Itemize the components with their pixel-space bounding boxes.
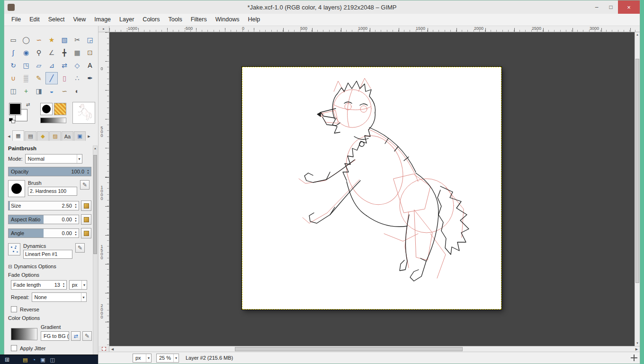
horizontal-scrollbar[interactable]: ◀ ▶	[109, 346, 640, 352]
tool-scale[interactable]: ◳	[20, 59, 32, 72]
apply-jitter-checkbox[interactable]	[11, 345, 17, 351]
tab-patterns[interactable]: ▨	[49, 131, 61, 141]
tool-free-select[interactable]: ∽	[33, 34, 45, 46]
edit-gradient-button[interactable]: ✎	[82, 331, 92, 341]
taskbar-icon-app-1[interactable]: ▣	[40, 355, 45, 364]
tab-scroll-left-icon[interactable]: ◀	[6, 132, 12, 141]
tool-dodge-burn[interactable]: ◐	[71, 85, 83, 97]
opacity-spinner[interactable]: ▴▾	[86, 167, 90, 176]
size-spinner[interactable]: ▴▾	[73, 201, 78, 210]
taskbar-icon-explorer[interactable]: ▤	[23, 355, 27, 364]
tool-flip[interactable]: ⇄	[58, 59, 71, 72]
tool-options-scrollbar[interactable]: ▲ ▼	[93, 146, 98, 363]
tool-color-picker[interactable]: ◉	[20, 46, 32, 59]
dynamics-name-field[interactable]: Lineart Pen #1	[23, 250, 72, 259]
default-colors-button[interactable]	[9, 118, 16, 124]
tab-device-status[interactable]: ▤	[25, 131, 36, 141]
quick-mask-toggle[interactable]	[102, 347, 106, 351]
angle-slider[interactable]: Angle 0.00 ▴▾	[8, 228, 79, 238]
scrollbar-track[interactable]	[116, 346, 634, 352]
mode-dropdown[interactable]: Normal ▾	[25, 154, 82, 164]
tab-scroll-right-icon[interactable]: ▶	[86, 132, 92, 141]
taskbar-icon-browser[interactable]: ◔	[32, 355, 36, 364]
reset-angle-button[interactable]	[81, 228, 91, 238]
brush-preview[interactable]	[8, 180, 25, 197]
brush-name-field[interactable]: 2. Hardness 100	[28, 187, 77, 196]
scrollbar-thumb[interactable]	[235, 347, 463, 351]
tool-ink[interactable]: ✒	[84, 72, 96, 84]
zoom-dropdown[interactable]: 25 % ▾	[156, 354, 179, 363]
tool-zoom[interactable]: ⚲	[33, 46, 45, 59]
scroll-left-icon[interactable]: ◀	[109, 347, 116, 351]
flip-gradient-button[interactable]: ⇄	[71, 331, 80, 341]
tool-bucket-fill[interactable]: ∪	[7, 72, 19, 84]
swap-colors-icon[interactable]: ⇄	[26, 102, 30, 107]
menu-colors[interactable]: Colors	[138, 14, 164, 26]
tool-blend[interactable]: ▒	[20, 72, 32, 84]
tool-perspective-clone[interactable]: ◨	[33, 85, 45, 97]
menu-filters[interactable]: Filters	[187, 14, 211, 26]
edit-brush-button[interactable]: ✎	[80, 180, 89, 190]
menu-tools[interactable]: Tools	[164, 14, 186, 26]
apply-jitter-option[interactable]: Apply Jitter	[11, 345, 98, 351]
scroll-down-icon[interactable]: ▼	[636, 341, 639, 346]
menu-view[interactable]: View	[69, 14, 90, 26]
tool-heal[interactable]: +	[20, 85, 32, 97]
menu-help[interactable]: Help	[243, 14, 264, 26]
menu-layer[interactable]: Layer	[115, 14, 138, 26]
fade-unit-dropdown[interactable]: px ▾	[69, 280, 87, 290]
aspect-ratio-spinner[interactable]: ▴▾	[73, 215, 78, 224]
tool-align[interactable]: ▦	[71, 46, 83, 59]
tool-foreground-select[interactable]: ◲	[84, 34, 96, 46]
fade-length-field[interactable]: Fade length 13 ▴▾	[11, 280, 67, 290]
fade-length-spinner[interactable]: ▴▾	[62, 281, 66, 289]
vertical-scrollbar[interactable]: ▲ ▼	[635, 32, 640, 346]
angle-spinner[interactable]: ▴▾	[73, 229, 78, 237]
tool-perspective[interactable]: ⊿	[45, 59, 58, 72]
canvas-viewport[interactable]	[109, 32, 635, 346]
scrollbar-thumb[interactable]	[635, 59, 639, 283]
tool-rectangle-select[interactable]: ▭	[7, 34, 19, 46]
tool-clone[interactable]: ◫	[7, 85, 19, 97]
tab-brushes[interactable]: ◆	[37, 131, 49, 141]
active-brush-preview[interactable]	[40, 103, 53, 115]
edit-dynamics-button[interactable]: ✎	[75, 243, 85, 253]
tool-crop[interactable]: ⊡	[84, 46, 96, 59]
dynamics-options-expander[interactable]: ⊟ Dynamics Options	[8, 264, 98, 269]
scroll-right-icon[interactable]: ▶	[634, 347, 640, 351]
size-slider[interactable]: Size 2.50 ▴▾	[8, 201, 79, 210]
start-button[interactable]: ⊞	[5, 356, 9, 363]
tool-fuzzy-select[interactable]: ★	[45, 34, 58, 46]
scrollbar-track[interactable]	[635, 37, 640, 341]
taskbar-icon-app-2[interactable]: ◫	[50, 355, 55, 364]
tab-tool-options[interactable]: ▦	[12, 130, 24, 141]
navigate-canvas-button[interactable]	[630, 354, 638, 362]
scrollbar-track[interactable]	[93, 151, 97, 357]
reset-size-button[interactable]	[81, 200, 91, 211]
menu-windows[interactable]: Windows	[211, 14, 244, 26]
menu-edit[interactable]: Edit	[25, 14, 44, 26]
reverse-option[interactable]: Reverse	[11, 306, 98, 312]
tool-pencil[interactable]: ✎	[33, 72, 45, 84]
minimize-button[interactable]: –	[590, 0, 604, 14]
canvas-menu-button[interactable]: ▸	[98, 26, 109, 32]
fg-bg-color-widget[interactable]: ⇄	[9, 103, 33, 124]
reset-aspect-ratio-button[interactable]	[81, 214, 91, 225]
tool-rotate[interactable]: ↻	[7, 59, 19, 72]
titlebar[interactable]: *Jake.xcf-1.0 (RGB color, 4 layers) 2192…	[4, 0, 640, 14]
tool-paths[interactable]: ∫	[7, 46, 19, 59]
aspect-ratio-slider[interactable]: Aspect Ratio 0.00 ▴▾	[8, 215, 79, 224]
scrollbar-thumb[interactable]	[93, 155, 97, 254]
scroll-up-icon[interactable]: ▲	[94, 146, 97, 151]
tool-select-by-color[interactable]: ▧	[58, 34, 71, 46]
tool-shear[interactable]: ▱	[33, 59, 45, 72]
gradient-select[interactable]: FG to BG (	[41, 331, 69, 341]
tab-fonts[interactable]: Aa	[62, 131, 73, 141]
opacity-slider[interactable]: Opacity 100.0 ▴▾	[8, 167, 91, 176]
menu-file[interactable]: File	[7, 14, 25, 26]
tool-scissors-select[interactable]: ✂	[71, 34, 83, 46]
reverse-checkbox[interactable]	[11, 306, 17, 312]
active-gradient-preview[interactable]	[40, 118, 66, 123]
repeat-dropdown[interactable]: None ▾	[32, 292, 87, 302]
menu-image[interactable]: Image	[90, 14, 115, 26]
